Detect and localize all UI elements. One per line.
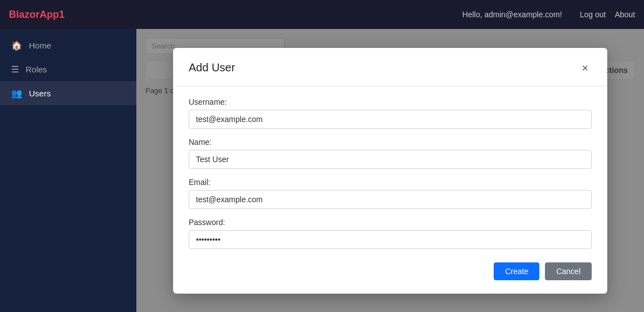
- main-layout: 🏠 Home ☰ Roles 👥 Users Actions Page 1 of…: [0, 29, 644, 312]
- username-input[interactable]: [189, 110, 592, 129]
- name-label: Name:: [189, 138, 592, 147]
- sidebar-item-label: Roles: [26, 65, 47, 74]
- create-button[interactable]: Create: [494, 262, 539, 280]
- password-group: Password:: [189, 218, 592, 249]
- top-nav: BlazorApp1 Hello, admin@example.com! Log…: [0, 0, 644, 29]
- sidebar-item-label: Home: [29, 41, 51, 50]
- name-group: Name:: [189, 138, 592, 169]
- content-area: Actions Page 1 of 1 › » Add User × U: [136, 29, 644, 312]
- email-group: Email:: [189, 178, 592, 209]
- email-label: Email:: [189, 178, 592, 187]
- sidebar: 🏠 Home ☰ Roles 👥 Users: [0, 29, 136, 312]
- username-group: Username:: [189, 98, 592, 129]
- password-label: Password:: [189, 218, 592, 227]
- add-user-modal: Add User × Username: Name: Email:: [173, 48, 607, 294]
- modal-close-button[interactable]: ×: [578, 61, 592, 75]
- email-input[interactable]: [189, 190, 592, 209]
- about-link[interactable]: About: [614, 10, 635, 19]
- user-greeting: Hello, admin@example.com!: [463, 10, 562, 19]
- home-icon: 🏠: [11, 40, 22, 51]
- modal-overlay: Add User × Username: Name: Email:: [136, 29, 644, 312]
- cancel-button[interactable]: Cancel: [545, 262, 592, 280]
- modal-header: Add User ×: [189, 61, 592, 75]
- name-input[interactable]: [189, 150, 592, 169]
- sidebar-item-roles[interactable]: ☰ Roles: [0, 57, 136, 81]
- roles-icon: ☰: [11, 64, 19, 75]
- brand-logo: BlazorApp1: [9, 9, 65, 21]
- modal-footer: Create Cancel: [189, 262, 592, 280]
- username-label: Username:: [189, 98, 592, 106]
- modal-title: Add User: [189, 61, 235, 74]
- password-input[interactable]: [189, 230, 592, 249]
- sidebar-item-users[interactable]: 👥 Users: [0, 81, 136, 105]
- sidebar-item-label: Users: [29, 89, 51, 98]
- users-icon: 👥: [11, 88, 22, 99]
- modal-divider: [173, 86, 607, 86]
- sidebar-item-home[interactable]: 🏠 Home: [0, 33, 136, 57]
- logout-link[interactable]: Log out: [580, 10, 606, 19]
